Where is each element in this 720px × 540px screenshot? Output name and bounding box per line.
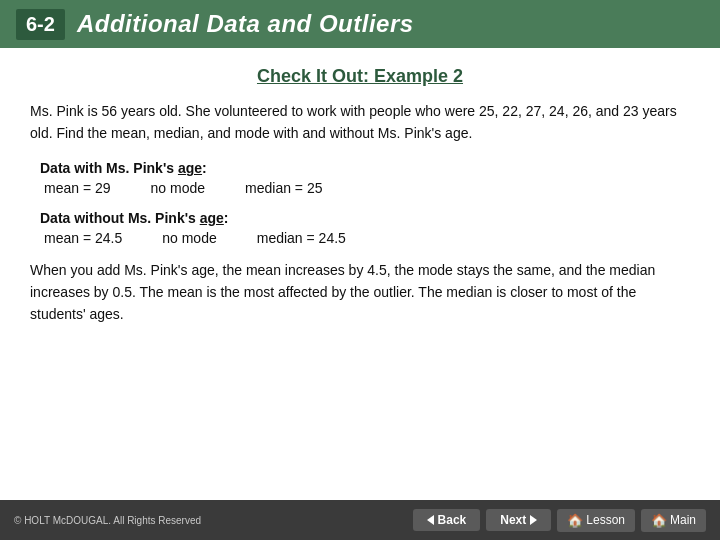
problem-text: Ms. Pink is 56 years old. She volunteere… [30, 101, 690, 144]
back-button[interactable]: Back [413, 509, 481, 531]
back-label: Back [438, 513, 467, 527]
copyright-text: © HOLT McDOUGAL. All Rights Reserved [14, 515, 201, 526]
conclusion-text: When you add Ms. Pink's age, the mean in… [30, 260, 690, 325]
next-button[interactable]: Next [486, 509, 551, 531]
data-without-section: Data without Ms. Pink's age: mean = 24.5… [30, 210, 690, 246]
data-with-section: Data with Ms. Pink's age: mean = 29 no m… [30, 160, 690, 196]
lesson-icon: 🏠 [567, 513, 583, 528]
main-button[interactable]: 🏠 Main [641, 509, 706, 532]
main-content: Check It Out: Example 2 Ms. Pink is 56 y… [0, 48, 720, 500]
header-bar: 6-2 Additional Data and Outliers [0, 0, 720, 48]
footer-bar: © HOLT McDOUGAL. All Rights Reserved Bac… [0, 500, 720, 540]
main-icon: 🏠 [651, 513, 667, 528]
lesson-label: Lesson [586, 513, 625, 527]
example-title: Check It Out: Example 2 [30, 66, 690, 87]
data-with-mean: mean = 29 [44, 180, 111, 196]
next-label: Next [500, 513, 526, 527]
data-without-values: mean = 24.5 no mode median = 24.5 [40, 230, 690, 246]
data-with-label-underline: age [178, 160, 202, 176]
footer-nav: Back Next 🏠 Lesson 🏠 Main [413, 509, 706, 532]
data-without-mode: no mode [162, 230, 216, 246]
data-without-mean: mean = 24.5 [44, 230, 122, 246]
data-without-label: Data without Ms. Pink's age: [40, 210, 690, 226]
back-arrow-icon [427, 515, 434, 525]
header-title: Additional Data and Outliers [77, 10, 414, 38]
lesson-button[interactable]: 🏠 Lesson [557, 509, 635, 532]
data-without-label-underline: age [200, 210, 224, 226]
data-without-median: median = 24.5 [257, 230, 346, 246]
next-arrow-icon [530, 515, 537, 525]
section-badge: 6-2 [16, 9, 65, 40]
data-with-median: median = 25 [245, 180, 322, 196]
data-with-label: Data with Ms. Pink's age: [40, 160, 690, 176]
main-label: Main [670, 513, 696, 527]
data-with-mode: no mode [151, 180, 205, 196]
data-with-values: mean = 29 no mode median = 25 [40, 180, 690, 196]
